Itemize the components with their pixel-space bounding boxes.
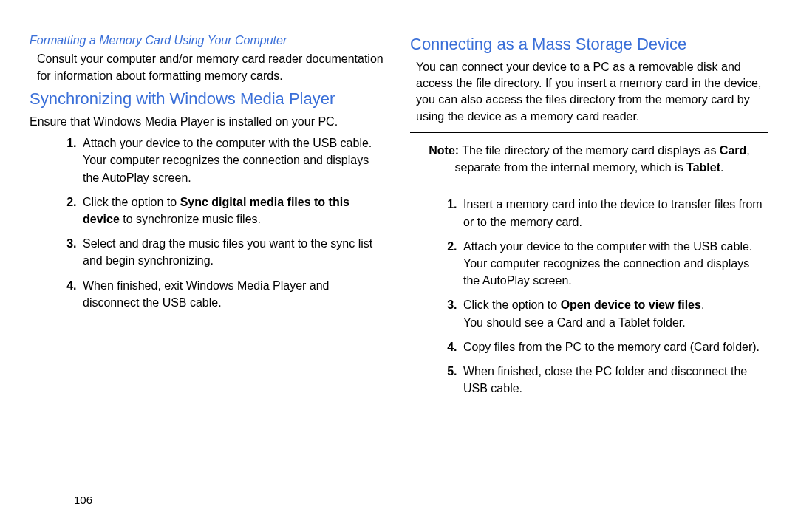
right-column: Connecting as a Mass Storage Device You … <box>410 30 768 480</box>
step-text: . <box>701 299 704 311</box>
note-text: . <box>720 161 723 174</box>
manual-page: Formatting a Memory Card Using Your Comp… <box>0 0 798 488</box>
steps-sync: Attach your device to the computer with … <box>30 134 388 311</box>
step-text: Click the option to <box>463 299 561 311</box>
bold-text: Open device to view files <box>561 299 701 311</box>
note-box: Note: The file directory of the memory c… <box>410 132 768 185</box>
step-item: When finished, exit Windows Media Player… <box>80 277 388 311</box>
steps-mass-storage: Insert a memory card into the device to … <box>410 196 768 397</box>
intro-mass-storage: You can connect your device to a PC as a… <box>416 59 768 126</box>
heading-mass-storage: Connecting as a Mass Storage Device <box>410 34 768 55</box>
bold-text: Card <box>720 144 746 157</box>
step-item: Click the option to Sync digital media f… <box>80 194 388 228</box>
step-text: Insert a memory card into the device to … <box>463 198 763 228</box>
step-text: Attach your device to the computer with … <box>463 240 752 253</box>
step-item: Insert a memory card into the device to … <box>460 196 768 230</box>
note-label: Note: <box>429 144 459 157</box>
step-text: You should see a Card and a Tablet folde… <box>463 316 686 329</box>
step-text: When finished, exit Windows Media Player… <box>83 279 330 309</box>
heading-sync-wmp: Synchronizing with Windows Media Player <box>30 89 388 109</box>
step-item: Click the option to Open device to view … <box>460 296 768 330</box>
step-item: Copy files from the PC to the memory car… <box>460 338 768 355</box>
step-text: Select and drag the music files you want… <box>83 237 372 267</box>
step-text: Your computer recognizes the connection … <box>83 154 369 183</box>
subheading-body: Consult your computer and/or memory card… <box>37 50 388 84</box>
step-text: Attach your device to the computer with … <box>83 137 372 149</box>
bold-text: Tablet <box>686 161 720 174</box>
left-column: Formatting a Memory Card Using Your Comp… <box>30 30 388 480</box>
step-text: Click the option to <box>83 196 180 208</box>
intro-sync: Ensure that Windows Media Player is inst… <box>30 114 388 130</box>
step-item: Attach your device to the computer with … <box>460 238 768 290</box>
subheading-formatting: Formatting a Memory Card Using Your Comp… <box>30 34 388 47</box>
page-number: 106 <box>74 494 798 506</box>
step-text: to synchronize music files. <box>120 213 261 225</box>
step-text: Your computer recognizes the connection … <box>463 257 749 287</box>
step-item: When finished, close the PC folder and d… <box>460 363 768 397</box>
step-item: Select and drag the music files you want… <box>80 235 388 269</box>
step-item: Attach your device to the computer with … <box>80 134 388 186</box>
note-text: The file directory of the memory card di… <box>459 144 720 157</box>
step-text: Copy files from the PC to the memory car… <box>463 341 760 353</box>
step-text: When finished, close the PC folder and d… <box>463 365 747 395</box>
